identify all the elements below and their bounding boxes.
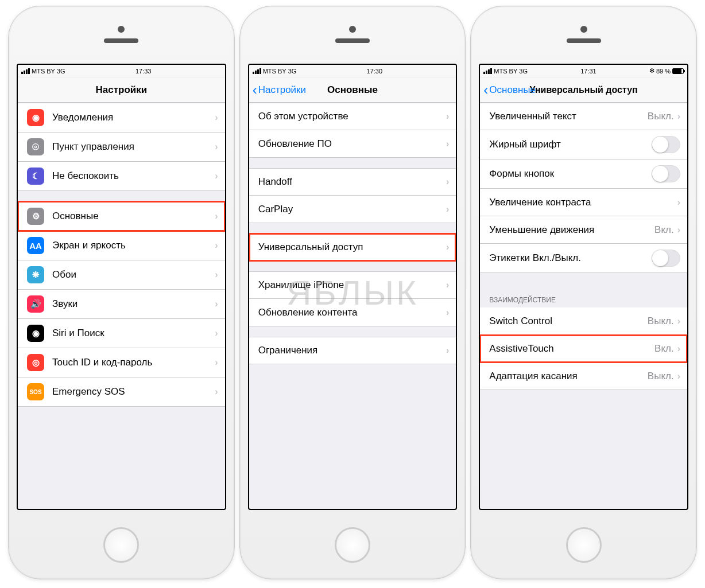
general-list: Об этом устройстве›Обновление ПО›Handoff… <box>249 103 456 509</box>
row-label: Универсальный доступ <box>258 242 446 253</box>
chevron-right-icon: › <box>215 299 218 309</box>
settings-row[interactable]: Обновление ПО› <box>249 130 456 158</box>
chevron-right-icon: › <box>215 328 218 338</box>
settings-row[interactable]: Увеличение контраста› <box>480 189 687 216</box>
chevron-right-icon: › <box>446 111 449 122</box>
chevron-right-icon: › <box>677 197 680 208</box>
settings-row[interactable]: ❋Обои› <box>18 260 225 290</box>
phone-2: MTS BY 3G 17:30 ‹ Настройки Основные Об … <box>239 6 466 579</box>
chevron-right-icon: › <box>215 387 218 397</box>
chevron-right-icon: › <box>215 270 218 280</box>
row-icon: ◉ <box>27 109 44 126</box>
network-label: 3G <box>57 68 65 75</box>
group-header: ВЗАИМОДЕЙСТВИЕ <box>480 283 687 307</box>
settings-row[interactable]: ⦾Пункт управления› <box>18 133 225 162</box>
row-label: Экран и яркость <box>52 240 215 251</box>
toggle-switch[interactable] <box>652 165 680 182</box>
toggle-switch[interactable] <box>652 250 680 267</box>
page-title: Настройки <box>95 84 147 96</box>
camera-dot <box>580 26 587 33</box>
home-button[interactable] <box>103 527 139 563</box>
settings-row[interactable]: AssistiveTouchВкл.› <box>480 335 687 363</box>
settings-row[interactable]: Этикетки Вкл./Выкл. <box>480 244 687 273</box>
settings-row[interactable]: Увеличенный текстВыкл.› <box>480 103 687 130</box>
chevron-right-icon: › <box>215 142 218 152</box>
network-label: 3G <box>519 68 528 75</box>
row-label: Обои <box>52 269 215 281</box>
row-label: Пункт управления <box>52 141 215 153</box>
navbar: ‹ Настройки Основные <box>249 77 456 103</box>
speaker-slot <box>104 38 138 43</box>
signal-icon <box>483 68 492 74</box>
row-label: Об этом устройстве <box>258 111 446 122</box>
chevron-left-icon: ‹ <box>483 82 488 98</box>
chevron-right-icon: › <box>446 280 449 290</box>
settings-row[interactable]: Универсальный доступ› <box>249 233 456 261</box>
settings-row[interactable]: AAЭкран и яркость› <box>18 231 225 260</box>
status-bar: MTS BY 3G 17:33 <box>18 65 225 77</box>
settings-row[interactable]: Handoff› <box>249 168 456 196</box>
signal-icon <box>253 68 261 74</box>
screen-accessibility: MTS BY 3G 17:31 ✻ 89 % ‹ Основные Универ… <box>479 64 688 510</box>
row-label: Увеличенный текст <box>489 111 648 122</box>
page-title: Основные <box>327 84 378 96</box>
row-value: Вкл. <box>654 224 674 236</box>
screen-general: MTS BY 3G 17:30 ‹ Настройки Основные Об … <box>248 64 458 510</box>
row-value: Выкл. <box>648 316 674 327</box>
navbar: ‹ Основные Универсальный доступ <box>480 77 687 103</box>
row-icon: ❋ <box>27 266 44 283</box>
settings-row[interactable]: ⚙Основные› <box>18 201 225 231</box>
home-button[interactable] <box>335 527 370 563</box>
row-label: Уведомления <box>52 112 215 123</box>
settings-row[interactable]: Уменьшение движенияВкл.› <box>480 216 687 244</box>
signal-icon <box>21 68 30 74</box>
chevron-right-icon: › <box>215 240 218 251</box>
row-value: Вкл. <box>654 343 674 355</box>
chevron-left-icon: ‹ <box>253 82 257 98</box>
chevron-right-icon: › <box>446 345 449 356</box>
network-label: 3G <box>288 68 297 75</box>
settings-row[interactable]: CarPlay› <box>249 196 456 223</box>
settings-row[interactable]: ◉Уведомления› <box>18 103 225 133</box>
chevron-right-icon: › <box>446 204 449 215</box>
toggle-switch[interactable] <box>652 136 680 153</box>
navbar: Настройки <box>18 77 225 103</box>
settings-row[interactable]: ☾Не беспокоить› <box>18 162 225 191</box>
chevron-right-icon: › <box>677 371 680 381</box>
battery-pct: 89 % <box>656 68 671 75</box>
row-icon: ◉ <box>27 325 44 342</box>
row-icon: ☾ <box>27 168 44 185</box>
row-label: Не беспокоить <box>52 170 215 182</box>
row-label: Handoff <box>258 176 446 188</box>
phone-1: MTS BY 3G 17:33 Настройки ◉Уведомления›⦾… <box>8 6 235 579</box>
screen-settings: MTS BY 3G 17:33 Настройки ◉Уведомления›⦾… <box>17 64 226 510</box>
settings-row[interactable]: Обновление контента› <box>249 299 456 326</box>
settings-row[interactable]: Адаптация касанияВыкл.› <box>480 363 687 390</box>
back-button[interactable]: ‹ Основные <box>483 77 536 102</box>
camera-dot <box>349 26 356 33</box>
settings-row[interactable]: Хранилище iPhone› <box>249 271 456 299</box>
settings-row[interactable]: ◉Siri и Поиск› <box>18 319 225 348</box>
settings-row[interactable]: ◎Touch ID и код-пароль› <box>18 348 225 377</box>
chevron-right-icon: › <box>215 112 218 123</box>
row-icon: ⦾ <box>27 138 44 155</box>
row-label: Touch ID и код-пароль <box>52 357 215 368</box>
row-label: AssistiveTouch <box>489 343 654 355</box>
home-button[interactable] <box>566 527 602 563</box>
settings-row[interactable]: Жирный шрифт <box>480 130 687 159</box>
carrier-label: MTS BY <box>263 68 286 75</box>
row-label: CarPlay <box>258 204 446 215</box>
row-icon: SOS <box>27 383 44 400</box>
chevron-right-icon: › <box>446 139 449 149</box>
settings-row[interactable]: Формы кнопок <box>480 159 687 189</box>
settings-row[interactable]: 🔊Звуки› <box>18 290 225 319</box>
row-label: Звуки <box>52 298 215 310</box>
settings-row[interactable]: Об этом устройстве› <box>249 103 456 130</box>
settings-row[interactable]: Ограничения› <box>249 337 456 364</box>
settings-row[interactable]: Switch ControlВыкл.› <box>480 307 687 335</box>
row-icon: AA <box>27 237 44 254</box>
row-label: Switch Control <box>489 316 648 327</box>
back-label: Основные <box>489 84 536 96</box>
back-button[interactable]: ‹ Настройки <box>253 77 306 102</box>
settings-row[interactable]: SOSEmergency SOS› <box>18 377 225 407</box>
